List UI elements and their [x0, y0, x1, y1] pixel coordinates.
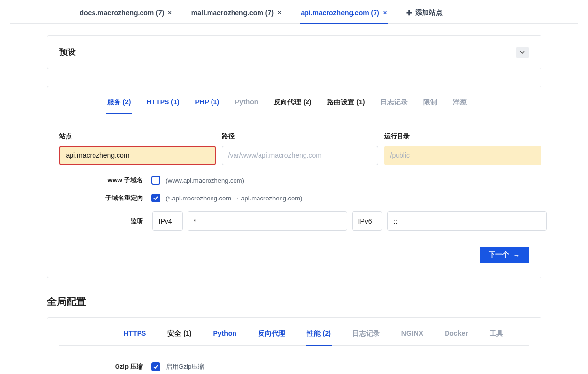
gtab-security[interactable]: 安全 (1)	[166, 329, 192, 345]
site-tab-label: api.macrozheng.com (7)	[301, 9, 379, 17]
tab-logging[interactable]: 日志记录	[379, 98, 409, 114]
tab-routing[interactable]: 路由设置 (1)	[326, 98, 366, 114]
gzip-enable-label: 启用Gzip压缩	[166, 362, 205, 371]
global-section-title: 全局配置	[47, 295, 541, 308]
ipv4-prefix: IPv4	[152, 211, 183, 231]
subdomain-redirect-label: 子域名重定向	[59, 194, 147, 202]
close-icon[interactable]: ×	[278, 9, 282, 16]
plus-icon: ✚	[406, 9, 412, 17]
site-tabs: docs.macrozheng.com (7) × mall.macrozhen…	[10, 0, 578, 24]
ipv6-input[interactable]	[387, 211, 547, 231]
site-tab-label: mall.macrozheng.com (7)	[191, 9, 274, 17]
tab-https[interactable]: HTTPS (1)	[146, 98, 181, 114]
add-site-button[interactable]: ✚ 添加站点	[405, 4, 444, 24]
site-input[interactable]	[59, 146, 216, 165]
global-tabs: HTTPS 安全 (1) Python 反向代理 性能 (2) 日志记录 NGI…	[59, 329, 529, 346]
listen-label: 监听	[59, 217, 147, 225]
next-row: 下一个 →	[59, 244, 529, 274]
close-icon[interactable]: ×	[168, 9, 172, 16]
arrow-right-icon: →	[513, 251, 520, 259]
www-subdomain-checkbox[interactable]	[151, 176, 160, 185]
preset-title: 预设	[59, 47, 76, 58]
next-button[interactable]: 下一个 →	[480, 247, 529, 263]
gtab-https[interactable]: HTTPS	[123, 329, 147, 345]
next-button-label: 下一个	[489, 250, 509, 259]
gtab-tools[interactable]: 工具	[489, 329, 504, 345]
preset-panel: 预设	[47, 35, 541, 69]
gzip-checkbox[interactable]	[151, 362, 160, 371]
chevron-down-icon[interactable]	[516, 47, 529, 58]
site-tab-api[interactable]: api.macrozheng.com (7) ×	[300, 5, 388, 24]
tab-onion[interactable]: 洋葱	[452, 98, 468, 114]
add-site-label: 添加站点	[415, 8, 443, 17]
subdomain-redirect-checkbox[interactable]	[151, 194, 160, 202]
subdomain-redirect-hint: (*.api.macrozheng.com → api.macrozheng.c…	[166, 195, 303, 202]
subdomain-redirect-row: 子域名重定向 (*.api.macrozheng.com → api.macro…	[59, 194, 529, 202]
close-icon[interactable]: ×	[383, 9, 387, 16]
site-label: 站点	[59, 132, 216, 141]
gzip-row: Gzip 压缩 启用Gzip压缩	[59, 362, 529, 371]
tab-service[interactable]: 服务 (2)	[106, 98, 132, 114]
global-config-panel: HTTPS 安全 (1) Python 反向代理 性能 (2) 日志记录 NGI…	[47, 317, 541, 374]
gtab-reverse-proxy[interactable]: 反向代理	[257, 329, 286, 345]
site-tab-label: docs.macrozheng.com (7)	[80, 9, 165, 17]
site-tab-docs[interactable]: docs.macrozheng.com (7) ×	[79, 5, 173, 24]
www-subdomain-hint: (www.api.macrozheng.com)	[166, 177, 244, 184]
config-tabs: 服务 (2) HTTPS (1) PHP (1) Python 反向代理 (2)…	[59, 98, 529, 114]
tab-python[interactable]: Python	[234, 98, 259, 114]
www-subdomain-row: www 子域名 (www.api.macrozheng.com)	[59, 176, 529, 185]
gtab-logging[interactable]: 日志记录	[352, 329, 381, 345]
path-label: 路径	[222, 132, 378, 141]
ipv6-prefix: IPv6	[352, 211, 382, 231]
site-tab-mall[interactable]: mall.macrozheng.com (7) ×	[190, 5, 282, 24]
ipv4-input[interactable]	[188, 211, 347, 231]
site-config-panel: 服务 (2) HTTPS (1) PHP (1) Python 反向代理 (2)…	[47, 86, 541, 278]
tab-limits[interactable]: 限制	[423, 98, 438, 114]
tab-php[interactable]: PHP (1)	[194, 98, 220, 114]
run-dir-input[interactable]	[384, 146, 541, 165]
gtab-docker[interactable]: Docker	[444, 329, 469, 345]
path-input[interactable]	[222, 146, 378, 165]
gzip-label: Gzip 压缩	[59, 362, 147, 371]
tab-reverse-proxy[interactable]: 反向代理 (2)	[273, 98, 312, 114]
run-dir-label: 运行目录	[384, 132, 541, 141]
www-subdomain-label: www 子域名	[59, 176, 147, 185]
gtab-python[interactable]: Python	[212, 329, 237, 345]
site-form-grid: 站点 路径 运行目录	[59, 132, 529, 165]
gtab-performance[interactable]: 性能 (2)	[306, 329, 332, 345]
gtab-nginx[interactable]: NGINX	[400, 329, 424, 345]
listen-row: 监听 IPv4 IPv6	[59, 211, 529, 231]
